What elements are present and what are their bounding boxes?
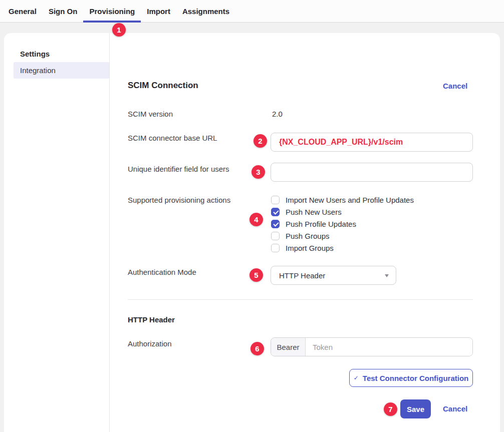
chevron-down-icon (385, 274, 389, 277)
annotation-badge-7: 7 (384, 402, 397, 416)
test-connector-label: Test Connector Configuration (363, 374, 468, 382)
checkbox-row-push-new-users[interactable]: Push New Users (271, 206, 414, 218)
checkbox-icon[interactable] (271, 220, 280, 228)
checkbox-icon[interactable] (271, 196, 280, 204)
cancel-link-bottom[interactable]: Cancel (443, 404, 467, 413)
authorization-label: Authorization (128, 339, 172, 348)
checkbox-label: Push New Users (286, 208, 342, 216)
scim-version-label: SCIM version (128, 110, 173, 118)
tab-bar: General Sign On Provisioning Import Assi… (0, 0, 504, 23)
app-screen: General Sign On Provisioning Import Assi… (0, 0, 504, 432)
tab-sign-on[interactable]: Sign On (43, 0, 84, 23)
check-icon: ✓ (354, 374, 359, 381)
checkbox-row-import-groups[interactable]: Import Groups (271, 242, 414, 254)
sidebar-divider (109, 33, 110, 432)
provisioning-actions-label: Supported provisioning actions (128, 196, 230, 204)
checkbox-label: Import New Users and Profile Updates (286, 196, 414, 204)
provisioning-actions-group: Import New Users and Profile Updates Pus… (271, 194, 414, 254)
sidebar-heading-settings: Settings (20, 50, 50, 58)
section-divider (128, 299, 473, 300)
test-connector-button[interactable]: ✓ Test Connector Configuration (349, 369, 473, 387)
unique-id-input[interactable] (271, 163, 473, 182)
token-input[interactable] (306, 338, 472, 356)
scim-version-value: 2.0 (272, 110, 283, 118)
checkbox-label: Push Groups (286, 232, 330, 240)
cancel-link-top[interactable]: Cancel (443, 82, 467, 90)
annotation-badge-4: 4 (249, 213, 263, 226)
checkbox-icon[interactable] (271, 208, 280, 216)
save-button[interactable]: Save (400, 399, 431, 418)
annotation-badge-2: 2 (254, 134, 267, 148)
checkbox-row-import-users[interactable]: Import New Users and Profile Updates (271, 194, 414, 206)
authorization-input-group: Bearer (271, 337, 473, 356)
auth-mode-selected-value: HTTP Header (279, 271, 325, 280)
base-url-label: SCIM connector base URL (128, 134, 217, 142)
base-url-input[interactable] (271, 133, 473, 152)
page-title: SCIM Connection (128, 81, 198, 91)
unique-id-label: Unique identifier field for users (128, 165, 229, 173)
bearer-prefix: Bearer (271, 338, 306, 356)
checkbox-label: Push Profile Updates (286, 220, 356, 228)
checkbox-row-push-profile-updates[interactable]: Push Profile Updates (271, 218, 414, 230)
sidebar-item-integration[interactable]: Integration (14, 62, 109, 79)
checkbox-row-push-groups[interactable]: Push Groups (271, 230, 414, 242)
checkbox-icon[interactable] (271, 232, 280, 240)
checkbox-label: Import Groups (286, 244, 334, 252)
checkbox-icon[interactable] (271, 244, 280, 252)
annotation-badge-1: 1 (112, 23, 126, 37)
annotation-badge-6: 6 (250, 342, 264, 355)
http-header-heading: HTTP Header (128, 315, 175, 324)
tab-assignments[interactable]: Assignments (176, 0, 235, 23)
annotation-badge-5: 5 (249, 268, 263, 282)
tab-import[interactable]: Import (141, 0, 176, 23)
annotation-badge-3: 3 (251, 165, 265, 179)
tab-general[interactable]: General (3, 0, 43, 23)
auth-mode-label: Authentication Mode (128, 268, 196, 276)
tab-provisioning[interactable]: Provisioning (83, 0, 141, 23)
auth-mode-select[interactable]: HTTP Header (271, 266, 396, 285)
